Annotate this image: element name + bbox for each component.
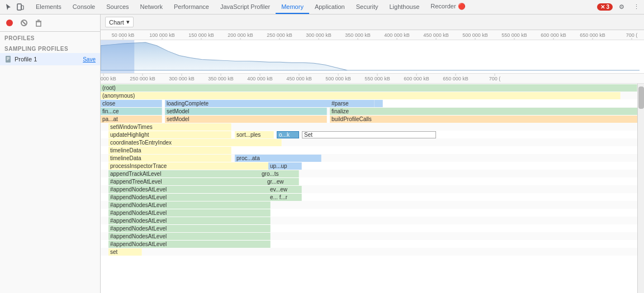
delete-button[interactable] xyxy=(32,17,45,29)
error-badge[interactable]: ✕ 3 xyxy=(597,3,613,11)
flame-row[interactable]: fin...cesetModelfinalize xyxy=(101,107,637,115)
flame-cell[interactable]: setModel xyxy=(165,116,327,123)
flame-row[interactable]: #appendNodesAtLevel xyxy=(101,224,637,232)
nav-tab-javascript-profiler[interactable]: JavaScript Profiler xyxy=(215,0,276,14)
flame-cell[interactable]: proc...ata xyxy=(235,155,321,162)
flame-cell[interactable]: setWindowTimes xyxy=(108,123,231,131)
flame-row[interactable]: appendTrackAtLevelgro...ts xyxy=(101,170,637,177)
nav-tab-security[interactable]: Security xyxy=(351,0,384,14)
flame-row[interactable]: processInspectorTraceup...up xyxy=(101,162,637,170)
device-icon[interactable] xyxy=(15,2,26,13)
flame-cell[interactable]: (anonymous) xyxy=(101,92,621,99)
flame-row[interactable]: #appendNodesAtLevele... f...r xyxy=(101,193,637,201)
save-profile-button[interactable]: Save xyxy=(83,56,96,63)
flame-cell[interactable]: #appendNodesAtLevel xyxy=(108,217,271,224)
record-button[interactable] xyxy=(3,17,16,29)
flame-row[interactable]: coordinatesToEntryIndex xyxy=(101,138,637,146)
stop-button[interactable] xyxy=(18,17,30,29)
flame-row[interactable]: #appendNodesAtLevelev...ew xyxy=(101,185,637,193)
flame-row[interactable]: timelineDataproc...ata xyxy=(101,154,637,162)
flame-row[interactable]: #appendTreeAtLevelgr...ew xyxy=(101,177,637,185)
flame-cell[interactable]: coordinatesToEntryIndex xyxy=(108,139,282,146)
flame-cell[interactable]: up...up xyxy=(268,162,302,170)
svg-text:300 000 kB: 300 000 kB xyxy=(306,32,332,38)
flame-row[interactable]: (anonymous) xyxy=(101,92,637,99)
flame-cell[interactable]: gro...ts xyxy=(260,170,299,177)
flame-cell[interactable]: gr...ew xyxy=(266,178,299,185)
nav-tab-performance[interactable]: Performance xyxy=(168,0,215,14)
mini-chart[interactable] xyxy=(101,40,644,74)
nav-tab-console[interactable]: Console xyxy=(67,0,101,14)
flame-cell[interactable]: pa...at xyxy=(101,116,162,123)
svg-text:550 000 kB: 550 000 kB xyxy=(501,32,527,38)
flame-cell[interactable]: #appendNodesAtLevel xyxy=(108,201,271,209)
svg-rect-0 xyxy=(17,4,21,10)
flame-row[interactable]: set xyxy=(101,248,637,256)
nav-tab-memory[interactable]: Memory xyxy=(276,0,309,14)
svg-text:450 000 kB: 450 000 kB xyxy=(286,76,312,81)
flame-row[interactable]: updateHighlightsort...pleso...kSet xyxy=(101,131,637,138)
inspect-icon[interactable] xyxy=(2,2,13,13)
flame-row[interactable]: closeloadingComplete#parse xyxy=(101,99,637,107)
flame-cell[interactable]: setModel xyxy=(165,108,327,115)
flame-cell[interactable]: timelineData xyxy=(108,147,231,154)
flame-cell[interactable]: ev...ew xyxy=(268,186,302,193)
profile-item[interactable]: Profile 1 Save xyxy=(0,53,100,65)
flame-cell[interactable]: timelineData xyxy=(108,155,231,162)
flame-row[interactable]: #appendNodesAtLevel xyxy=(101,217,637,224)
flame-cell[interactable]: close xyxy=(101,100,162,107)
flame-cell[interactable]: (root) xyxy=(101,84,637,92)
svg-marker-40 xyxy=(101,42,640,70)
flame-cell[interactable]: set xyxy=(108,248,142,256)
flame-cell[interactable]: buildProfileCalls xyxy=(330,116,637,123)
devtools-navbar: ElementsConsoleSourcesNetworkPerformance… xyxy=(0,0,644,15)
profile-item-left: Profile 1 xyxy=(4,55,37,63)
nav-tab-sources[interactable]: Sources xyxy=(101,0,134,14)
scrollbar-track[interactable] xyxy=(637,84,644,293)
flame-row[interactable]: pa...atsetModelbuildProfileCalls xyxy=(101,115,637,123)
nav-tabs: ElementsConsoleSourcesNetworkPerformance… xyxy=(30,0,597,14)
nav-tab-application[interactable]: Application xyxy=(309,0,351,14)
flame-row[interactable]: setWindowTimes xyxy=(101,123,637,131)
svg-text:350 000 kB: 350 000 kB xyxy=(345,32,371,38)
content-area: Chart ▾ 50 000 kB100 000 kB150 000 kB200… xyxy=(101,15,644,293)
flame-cell[interactable]: sort...ples xyxy=(235,131,274,138)
flame-cell[interactable]: updateHighlight xyxy=(108,131,231,138)
flame-chart-wrapper: 50 000 kB100 000 kB150 000 kB200 000 kB2… xyxy=(101,30,644,293)
flame-cell[interactable]: fin...ce xyxy=(101,108,162,115)
nav-tab-recorder[interactable]: Recorder 🔴 xyxy=(425,0,471,14)
sidebar-toolbar xyxy=(0,15,100,32)
flame-row[interactable]: #appendNodesAtLevel xyxy=(101,209,637,217)
flame-cell[interactable]: #appendNodesAtLevel xyxy=(108,194,271,201)
chart-select[interactable]: Chart ▾ xyxy=(105,17,134,27)
flame-cell[interactable]: #appendNodesAtLevel xyxy=(108,225,271,232)
flame-cell[interactable]: #appendNodesAtLevel xyxy=(108,186,271,193)
nav-tab-lighthouse[interactable]: Lighthouse xyxy=(383,0,425,14)
mini-chart-svg xyxy=(101,40,644,73)
flame-row[interactable]: #appendNodesAtLevel xyxy=(101,201,637,209)
flame-row[interactable]: (root) xyxy=(101,84,637,92)
flame-chart[interactable]: (root)(anonymous)closeloadingComplete#pa… xyxy=(101,84,637,293)
flame-row[interactable]: timelineData xyxy=(101,146,637,154)
flame-cell[interactable]: Set xyxy=(302,131,436,138)
flame-cell[interactable]: processInspectorTrace xyxy=(108,162,271,170)
flame-cell[interactable]: appendTrackAtLevel xyxy=(108,170,262,177)
nav-tab-elements[interactable]: Elements xyxy=(30,0,67,14)
flame-cell[interactable]: #appendNodesAtLevel xyxy=(108,241,271,248)
flame-cell[interactable]: #appendNodesAtLevel xyxy=(108,209,271,217)
flame-row[interactable]: #appendNodesAtLevel xyxy=(101,232,637,240)
flame-cell[interactable]: #appendTreeAtLevel xyxy=(108,178,268,185)
flame-cell[interactable]: o...k xyxy=(277,131,299,138)
svg-rect-1 xyxy=(21,6,23,9)
scrollbar-thumb[interactable] xyxy=(638,87,644,109)
devtools-icons xyxy=(2,2,26,13)
svg-text:600 000 kB: 600 000 kB xyxy=(404,76,429,81)
flame-cell[interactable]: finalize xyxy=(330,108,637,115)
flame-cell[interactable]: #appendNodesAtLevel xyxy=(108,233,271,240)
flame-cell[interactable]: #parse xyxy=(330,100,375,107)
flame-row[interactable]: #appendNodesAtLevel xyxy=(101,240,637,248)
more-button[interactable]: ⋮ xyxy=(631,2,642,13)
nav-tab-network[interactable]: Network xyxy=(135,0,168,14)
flame-cell[interactable]: e... f...r xyxy=(268,194,302,201)
settings-button[interactable]: ⚙ xyxy=(616,2,627,13)
